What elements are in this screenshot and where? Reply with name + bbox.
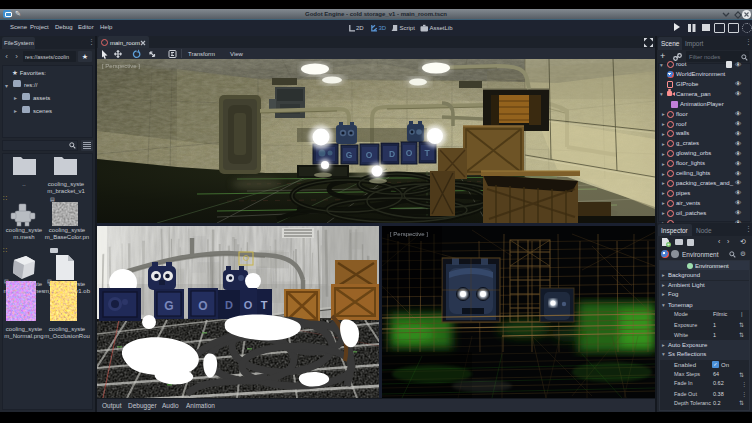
svg-text:D: D [225,299,233,311]
svg-text:O: O [406,148,413,158]
svg-text:O: O [198,299,207,313]
svg-text:O: O [366,150,373,160]
svg-text:D: D [389,149,395,159]
svg-text:T: T [261,299,268,311]
svg-text:[ Perspective ]: [ Perspective ] [102,63,140,69]
svg-text:T: T [424,148,430,158]
svg-text:G: G [164,299,173,313]
svg-text:O: O [244,299,253,311]
svg-text:[ Perspective ]: [ Perspective ] [390,231,428,237]
svg-text:G: G [346,150,353,160]
